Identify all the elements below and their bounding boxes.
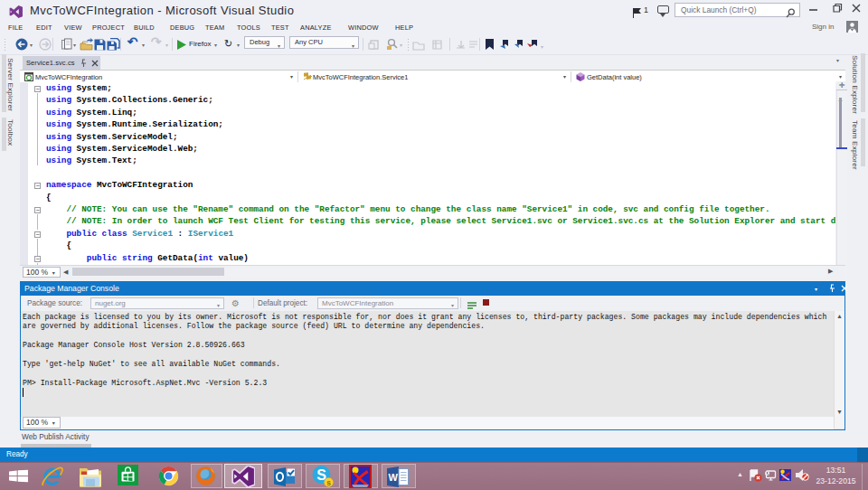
svg-text:s: s <box>326 478 331 487</box>
svg-text:W: W <box>389 472 399 483</box>
